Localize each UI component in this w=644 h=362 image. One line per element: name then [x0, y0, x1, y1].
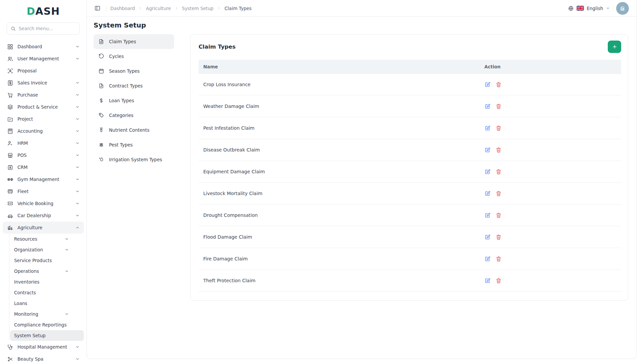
edit-button[interactable]	[484, 190, 491, 197]
sidebar-item-dashboard[interactable]: Dashboard	[3, 41, 84, 53]
sidebar-item-beauty-spa[interactable]: Beauty Spa	[3, 353, 84, 362]
submenu-item-monitoring[interactable]: Monitoring	[10, 309, 84, 319]
trash-icon	[495, 125, 502, 131]
submenu-item-resources[interactable]: Resources	[10, 234, 84, 244]
add-claim-type-button[interactable]	[608, 41, 621, 53]
trash-icon	[495, 147, 502, 153]
setup-nav-nutrient-contents[interactable]: Nutrient Contents	[94, 123, 174, 137]
delete-button[interactable]	[495, 103, 502, 110]
submenu-item-organization[interactable]: Organization	[10, 244, 84, 255]
submenu-item-service-products[interactable]: Service Products	[10, 255, 84, 266]
rotate-icon	[98, 53, 104, 59]
setup-nav-contract-types[interactable]: Contract Types	[94, 78, 174, 93]
sidebar-item-vehicle-booking[interactable]: Vehicle Booking	[3, 197, 84, 209]
sidebar-item-sales-invoice[interactable]: Sales Invoice	[3, 77, 84, 89]
search-input[interactable]	[19, 26, 76, 31]
setup-nav-categories[interactable]: Categories	[94, 108, 174, 123]
sidebar-item-product-service[interactable]: Product & Service	[3, 101, 84, 113]
main-panel: Dashboard Agriculture System Setup Claim…	[87, 0, 637, 359]
edit-button[interactable]	[484, 81, 491, 88]
submenu-item-loans[interactable]: Loans	[10, 298, 84, 309]
setup-nav-cycles[interactable]: Cycles	[94, 49, 174, 64]
setup-nav-season-types[interactable]: Season Types	[94, 64, 174, 78]
grid-icon	[7, 44, 13, 50]
sidebar-item-accounting[interactable]: Accounting	[3, 125, 84, 137]
submenu-item-operations[interactable]: Operations	[10, 266, 84, 277]
sidebar-item-fleet[interactable]: Fleet	[3, 185, 84, 197]
sidebar-item-crm[interactable]: CRM	[3, 161, 84, 173]
delete-button[interactable]	[495, 256, 502, 262]
edit-icon	[484, 234, 491, 240]
table-row: Pest Infestation Claim	[199, 117, 621, 139]
sidebar-item-hospital-management[interactable]: Hospital Management	[3, 341, 84, 353]
edit-button[interactable]	[484, 169, 491, 175]
trash-icon	[495, 212, 502, 219]
sidebar-item-user-management[interactable]: User Management	[3, 53, 84, 65]
table-row: Fire Damage Claim	[199, 248, 621, 270]
edit-button[interactable]	[484, 234, 491, 240]
system-setup-nav: Claim Types Cycles Season Types Contract…	[94, 34, 174, 167]
delete-button[interactable]	[495, 147, 502, 153]
sidebar-item-project[interactable]: Project	[3, 113, 84, 125]
delete-button[interactable]	[495, 212, 502, 219]
chevron-down-icon	[75, 80, 80, 85]
submenu-item-system-setup[interactable]: System Setup	[10, 330, 84, 341]
setup-nav-pest-types[interactable]: Pest Types	[94, 137, 174, 152]
delete-button[interactable]	[495, 169, 502, 175]
car-icon	[7, 213, 13, 219]
language-selector[interactable]: English	[568, 5, 610, 11]
person-icon	[7, 140, 13, 146]
submenu-item-compliance-reportings[interactable]: Compliance Reportings	[10, 319, 84, 330]
edit-button[interactable]	[484, 147, 491, 153]
setup-nav-loan-types[interactable]: Loan Types	[94, 93, 174, 108]
page-content: System Setup Claim Types Cycles Season T…	[87, 17, 636, 359]
panel-left-icon	[94, 5, 101, 11]
sidebar-item-label: HRM	[17, 140, 28, 146]
delete-button[interactable]	[495, 125, 502, 131]
stethoscope-icon	[7, 344, 13, 350]
bug-icon	[98, 142, 104, 148]
chevron-right-icon	[138, 6, 143, 10]
trash-icon	[495, 278, 502, 284]
logo-accent-letter: D	[27, 5, 36, 17]
sidebar-item-purchase[interactable]: Purchase	[3, 89, 84, 101]
sidebar-search[interactable]	[7, 22, 80, 35]
edit-icon	[484, 278, 491, 284]
edit-button[interactable]	[484, 103, 491, 110]
delete-button[interactable]	[495, 278, 502, 284]
tractor-icon	[7, 225, 13, 231]
sidebar-item-gym-management[interactable]: Gym Management	[3, 173, 84, 185]
sidebar-item-label: Project	[17, 116, 33, 122]
sidebar-item-hrm[interactable]: HRM	[3, 137, 84, 149]
sidebar-item-car-dealership[interactable]: Car Dealership	[3, 209, 84, 222]
chevron-down-icon	[75, 201, 80, 206]
delete-button[interactable]	[495, 81, 502, 88]
chevron-down-icon	[64, 247, 69, 252]
submenu-item-inventories[interactable]: Inventories	[10, 277, 84, 287]
breadcrumb-agriculture[interactable]: Agriculture	[146, 6, 171, 11]
submenu-item-label: Service Products	[14, 258, 52, 263]
submenu-item-contracts[interactable]: Contracts	[10, 287, 84, 298]
table-row: Drought Compensation	[199, 204, 621, 226]
edit-button[interactable]	[484, 256, 491, 262]
delete-button[interactable]	[495, 190, 502, 197]
edit-icon	[484, 81, 491, 88]
sidebar-item-pos[interactable]: POS	[3, 149, 84, 161]
user-avatar[interactable]	[616, 2, 629, 15]
chevron-down-icon	[75, 129, 80, 133]
search-icon	[10, 26, 16, 32]
edit-button[interactable]	[484, 278, 491, 284]
delete-button[interactable]	[495, 234, 502, 240]
edit-button[interactable]	[484, 125, 491, 131]
sidebar-toggle-button[interactable]	[93, 4, 102, 13]
page-title: System Setup	[94, 21, 628, 29]
breadcrumb-system-setup[interactable]: System Setup	[182, 6, 214, 11]
setup-nav-irrigation-system-types[interactable]: Irrigation System Types	[94, 152, 174, 167]
sidebar-item-proposal[interactable]: Proposal	[3, 65, 84, 77]
submenu-item-label: Contracts	[14, 290, 36, 295]
setup-nav-claim-types[interactable]: Claim Types	[94, 34, 174, 49]
edit-button[interactable]	[484, 212, 491, 219]
breadcrumb-dashboard[interactable]: Dashboard	[110, 6, 135, 11]
claim-type-name: Equipment Damage Claim	[199, 169, 480, 174]
sidebar-item-agriculture[interactable]: Agriculture	[3, 222, 84, 234]
